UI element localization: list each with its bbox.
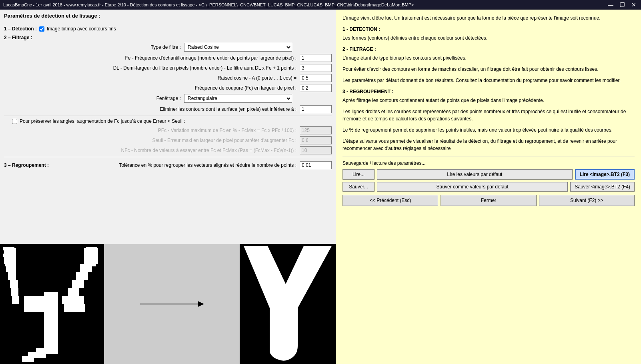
- svg-rect-26: [24, 304, 45, 312]
- seuil-row: Seuil - Erreur maxi en largeur de pixel …: [4, 136, 332, 144]
- svg-rect-37: [86, 260, 96, 263]
- images-preview: [0, 244, 336, 364]
- svg-rect-16: [44, 300, 58, 308]
- svg-rect-32: [4, 260, 14, 263]
- regroupement-tolerance-label: Tolérance en % pour regrouper les vecteu…: [74, 162, 300, 168]
- restore-button[interactable]: ❐: [618, 2, 627, 8]
- prev-button[interactable]: << Précédent (Esc): [343, 195, 438, 206]
- filter-type-select[interactable]: Raised Cosine Gaussien Triangulaire Rect…: [184, 43, 292, 52]
- save-btn-row-1: Lire... Lire les valeurs par défaut Lire…: [343, 169, 635, 180]
- pfc-row: PFc - Variation maximum de Fc en % - FcM…: [4, 126, 332, 134]
- freq-coupure-label: Fréquence de coupure (Fc) en largeur de …: [12, 85, 300, 91]
- raised-cosine-input[interactable]: [300, 74, 332, 82]
- title-bar-text: LucasBmpCnc - 1er avril 2018 - www.remyl…: [3, 2, 606, 7]
- sauver-defaut-button[interactable]: Sauver comme valeurs par défaut: [377, 182, 568, 192]
- detection-checkbox[interactable]: [39, 26, 44, 32]
- seuil-label: Seuil - Erreur maxi en largeur de pixel …: [12, 138, 300, 143]
- preserve-angles-checkbox[interactable]: [12, 119, 17, 124]
- sauver-button[interactable]: Sauver...: [343, 182, 375, 192]
- info-text-6: Après filtrage les contours contiennent …: [343, 97, 635, 104]
- section-head-1: 1 - DETECTION :: [343, 26, 635, 33]
- section-title: Paramètres de détection et de lissage :: [0, 10, 336, 22]
- pfc-label: PFc - Variation maximum de Fc en % - FcM…: [12, 128, 300, 133]
- left-image-box: [0, 244, 104, 364]
- svg-rect-4: [8, 272, 16, 280]
- title-bar-controls: — ❐ ✕: [606, 2, 638, 8]
- eliminer-label: Eliminer les contours dont la surface (e…: [12, 106, 300, 112]
- raised-cosine-label: Raised cosine - A (0 porte ... 1 cos) =: [12, 75, 300, 81]
- info-text-1: L'image vient d'être lue. Un traitement …: [343, 14, 635, 22]
- save-btn-row-2: Sauver... Sauver comme valeurs par défau…: [343, 182, 635, 192]
- pfc-input[interactable]: [300, 126, 332, 134]
- info-text-8: Le % de regroupement permet de supprimer…: [343, 126, 635, 134]
- svg-rect-12: [72, 280, 84, 288]
- lire-button[interactable]: Lire...: [343, 169, 375, 180]
- freq-coupure-input[interactable]: [300, 84, 332, 92]
- svg-rect-17: [44, 308, 58, 316]
- fenetrage-row: Fenêtrage : Rectangulaire Hanning Hammin…: [4, 94, 332, 103]
- info-text-3: L'image étant de type bitmap les contour…: [343, 54, 635, 62]
- section-head-3: 3 - REGROUPEMENT :: [343, 88, 635, 95]
- svg-rect-24: [22, 356, 34, 362]
- lire-image-bt2-button[interactable]: Lire <image>.BT2 (F3): [575, 169, 635, 180]
- next-button[interactable]: Suivant (F2) >>: [539, 195, 635, 206]
- right-image-box: [240, 244, 336, 364]
- sauver-image-bt2-button[interactable]: Sauver <image>.BT2 (F4): [570, 182, 635, 192]
- nfc-row: NFc - Nombre de valeurs à essayer entre …: [4, 146, 332, 154]
- svg-rect-25: [24, 296, 46, 304]
- form-area: 1 – Détection : Image bitmap avec contou…: [0, 22, 336, 244]
- svg-rect-31: [3, 254, 14, 257]
- svg-rect-15: [44, 292, 58, 300]
- seuil-input[interactable]: [300, 136, 332, 144]
- right-panel: L'image vient d'être lue. Un traitement …: [336, 10, 641, 364]
- section-head-2: 2 - FILTRAGE :: [343, 46, 635, 53]
- nav-btn-row: << Précédent (Esc) Fermer Suivant (F2) >…: [343, 195, 635, 206]
- arrow-icon: [140, 298, 204, 310]
- dl-label: DL - Demi-largeur du filtre en pixels (n…: [12, 65, 300, 71]
- fe-input[interactable]: [300, 54, 332, 62]
- preserve-angles-label: Pour préserver les angles, augmentation …: [20, 118, 185, 124]
- filtrage-row: 2 – Filtrage :: [4, 35, 332, 40]
- lire-defaut-button[interactable]: Lire les valeurs par défaut: [377, 169, 573, 180]
- svg-rect-33: [5, 263, 14, 266]
- filter-type-label: Type de filtre :: [12, 44, 184, 50]
- regroupement-label: 3 – Regroupement :: [4, 162, 72, 168]
- right-image-svg: [240, 244, 336, 364]
- svg-rect-20: [44, 332, 58, 340]
- preserve-angles-row: Pour préserver les angles, augmentation …: [4, 118, 332, 124]
- freq-coupure-row: Fréquence de coupure (Fc) en largeur de …: [4, 84, 332, 92]
- nfc-input[interactable]: [300, 146, 332, 154]
- svg-rect-34: [86, 247, 97, 250]
- fe-label: Fe - Fréquence d'échantillonnage (nombre…: [12, 55, 300, 61]
- dl-row: DL - Demi-largeur du filtre en pixels (n…: [4, 64, 332, 72]
- regroupement-tolerance-input[interactable]: [300, 161, 332, 169]
- close-button-nav[interactable]: Fermer: [441, 195, 536, 206]
- info-text-5: Les paramètres par défaut donnent de bon…: [343, 77, 635, 84]
- eliminer-input[interactable]: [300, 105, 332, 113]
- svg-rect-36: [86, 254, 96, 257]
- left-image-svg: [0, 244, 104, 364]
- svg-rect-30: [5, 250, 16, 254]
- info-text-2: Les formes (contours) définies entre cha…: [343, 34, 635, 42]
- svg-rect-19: [44, 324, 58, 332]
- svg-rect-13: [68, 288, 79, 296]
- minimize-button[interactable]: —: [606, 2, 615, 8]
- main-container: Paramètres de détection et de lissage : …: [0, 10, 641, 364]
- filtrage-label: 2 – Filtrage :: [4, 35, 32, 40]
- dl-input[interactable]: [300, 64, 332, 72]
- svg-rect-28: [64, 304, 85, 312]
- nfc-label: NFc - Nombre de valeurs à essayer entre …: [12, 148, 300, 153]
- title-bar: LucasBmpCnc - 1er avril 2018 - www.remyl…: [0, 0, 641, 10]
- fenetrage-label: Fenêtrage :: [12, 96, 184, 101]
- fenetrage-select[interactable]: Rectangulaire Hanning Hamming Blackman: [184, 94, 292, 103]
- info-text-4: Pour éviter d'avoir des contours en form…: [343, 66, 635, 73]
- close-button[interactable]: ✕: [630, 2, 638, 8]
- svg-rect-7: [12, 296, 19, 304]
- svg-rect-38: [87, 263, 96, 266]
- save-title: Sauvegarde / lecture des paramètres...: [343, 160, 635, 166]
- left-panel: Paramètres de détection et de lissage : …: [0, 10, 336, 364]
- eliminer-row: Eliminer les contours dont la surface (e…: [4, 105, 332, 113]
- svg-rect-29: [3, 247, 14, 250]
- svg-rect-35: [85, 250, 96, 254]
- right-panel-text: L'image vient d'être lue. Un traitement …: [343, 14, 635, 152]
